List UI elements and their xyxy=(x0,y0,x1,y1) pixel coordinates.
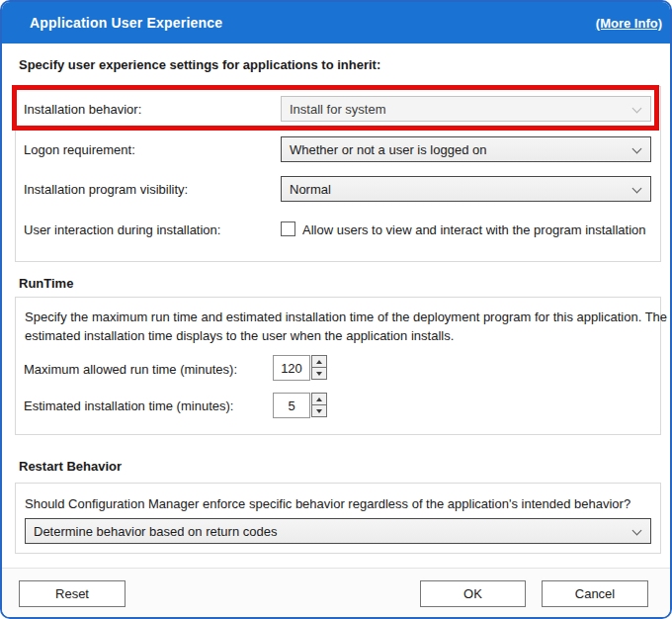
max-run-time-label: Maximum allowed run time (minutes): xyxy=(24,362,237,377)
program-visibility-label: Installation program visibility: xyxy=(24,182,188,197)
arrow-down-icon xyxy=(316,372,322,376)
est-install-time-input[interactable] xyxy=(273,393,310,418)
max-run-time-input[interactable] xyxy=(273,355,310,381)
installation-behavior-dropdown[interactable]: Install for system xyxy=(281,96,651,122)
reset-button[interactable]: Reset xyxy=(19,580,126,607)
restart-behavior-dropdown[interactable]: Determine behavior based on return codes xyxy=(25,518,651,544)
more-info-link[interactable]: (More Info) xyxy=(596,16,662,31)
logon-requirement-value: Whether or not a user is logged on xyxy=(290,142,486,157)
allow-user-interaction-checkbox[interactable] xyxy=(281,221,295,236)
allow-user-interaction-checkbox-label[interactable]: Allow users to view and interact with th… xyxy=(302,222,646,237)
est-install-time-spin-buttons xyxy=(311,393,327,418)
restart-behavior-question: Should Configuration Manager enforce spe… xyxy=(25,494,630,513)
max-run-time-spinner xyxy=(273,355,327,381)
arrow-down-icon xyxy=(316,409,322,413)
application-user-experience-dialog: Application User Experience (More Info) … xyxy=(0,0,672,619)
restart-behavior-heading: Restart Behavior xyxy=(19,459,122,474)
arrow-up-icon xyxy=(316,360,322,364)
program-visibility-value: Normal xyxy=(290,182,331,197)
installation-behavior-value: Install for system xyxy=(290,102,386,117)
dialog-header: Application User Experience (More Info) xyxy=(2,2,670,44)
chevron-down-icon xyxy=(632,144,642,154)
cancel-button[interactable]: Cancel xyxy=(542,580,648,607)
logon-requirement-dropdown[interactable]: Whether or not a user is logged on xyxy=(281,136,651,162)
est-install-time-label: Estimated installation time (minutes): xyxy=(24,398,233,413)
arrow-up-icon xyxy=(316,398,322,401)
spin-down-button[interactable] xyxy=(311,367,327,380)
runtime-description-line2: estimated installation time displays to … xyxy=(25,326,454,345)
max-run-time-spin-buttons xyxy=(311,355,327,381)
user-interaction-label: User interaction during installation: xyxy=(24,222,220,237)
chevron-down-icon xyxy=(632,526,642,536)
intro-text: Specify user experience settings for app… xyxy=(19,57,380,72)
chevron-down-icon xyxy=(632,184,642,194)
est-install-time-spinner xyxy=(273,393,327,418)
dialog-footer: Reset OK Cancel xyxy=(2,568,670,617)
logon-requirement-label: Logon requirement: xyxy=(24,142,135,157)
runtime-heading: RunTime xyxy=(19,276,73,291)
restart-behavior-value: Determine behavior based on return codes xyxy=(34,524,277,539)
chevron-down-icon xyxy=(632,104,642,114)
ok-button[interactable]: OK xyxy=(420,580,526,607)
dialog-title: Application User Experience xyxy=(30,15,222,31)
installation-behavior-label: Installation behavior: xyxy=(24,102,141,117)
runtime-description-line1: Specify the maximum run time and estimat… xyxy=(25,308,667,326)
program-visibility-dropdown[interactable]: Normal xyxy=(281,176,651,202)
spin-down-button[interactable] xyxy=(311,404,327,417)
